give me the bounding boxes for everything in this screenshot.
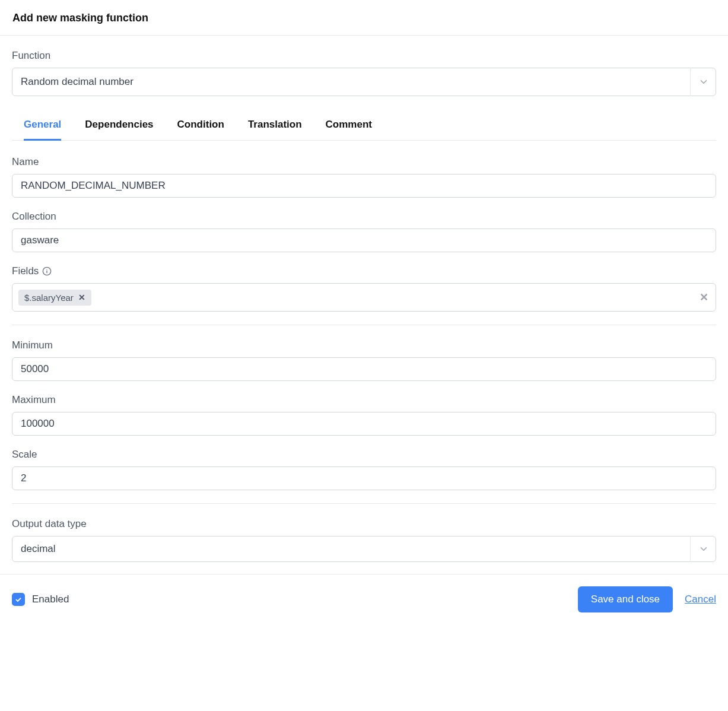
- footer-left: Enabled: [12, 593, 69, 606]
- name-label: Name: [12, 156, 716, 168]
- enabled-label: Enabled: [32, 593, 69, 605]
- dialog-header: Add new masking function: [0, 0, 728, 36]
- maximum-input[interactable]: [12, 412, 716, 436]
- fields-input[interactable]: $.salaryYear ✕ ✕: [12, 283, 716, 312]
- maximum-group: Maximum: [12, 394, 716, 436]
- fields-group: Fields $.salaryYear ✕ ✕: [12, 265, 716, 312]
- save-button[interactable]: Save and close: [578, 586, 673, 612]
- divider: [12, 325, 716, 325]
- dialog-footer: Enabled Save and close Cancel: [0, 574, 728, 626]
- function-select-value: Random decimal number: [12, 68, 716, 96]
- collection-input[interactable]: [12, 228, 716, 252]
- tab-dependencies[interactable]: Dependencies: [85, 113, 153, 141]
- collection-group: Collection: [12, 211, 716, 252]
- minimum-input[interactable]: [12, 357, 716, 381]
- field-tag: $.salaryYear ✕: [18, 290, 91, 306]
- fields-label: Fields: [12, 265, 716, 277]
- masking-function-dialog: Add new masking function Function Random…: [0, 0, 728, 626]
- dialog-body: Function Random decimal number General D…: [0, 36, 728, 574]
- field-tag-label: $.salaryYear: [24, 293, 74, 303]
- minimum-group: Minimum: [12, 339, 716, 381]
- maximum-label: Maximum: [12, 394, 716, 406]
- tag-remove-icon[interactable]: ✕: [78, 293, 85, 301]
- scale-input[interactable]: [12, 466, 716, 490]
- footer-right: Save and close Cancel: [578, 586, 716, 612]
- tab-translation[interactable]: Translation: [248, 113, 302, 141]
- fields-label-text: Fields: [12, 265, 39, 277]
- function-label: Function: [12, 50, 716, 62]
- dialog-title: Add new masking function: [12, 12, 716, 24]
- scale-label: Scale: [12, 449, 716, 461]
- output-type-label: Output data type: [12, 518, 716, 530]
- svg-point-2: [47, 269, 47, 270]
- tab-condition[interactable]: Condition: [177, 113, 224, 141]
- divider: [12, 503, 716, 504]
- output-type-value: decimal: [12, 536, 716, 562]
- enabled-checkbox[interactable]: [12, 593, 25, 606]
- clear-all-icon[interactable]: ✕: [700, 291, 708, 304]
- info-icon[interactable]: [42, 266, 52, 276]
- name-input[interactable]: [12, 174, 716, 198]
- cancel-button[interactable]: Cancel: [685, 593, 716, 605]
- collection-label: Collection: [12, 211, 716, 223]
- output-type-group: Output data type decimal: [12, 518, 716, 562]
- tab-general[interactable]: General: [24, 113, 61, 141]
- output-type-select[interactable]: decimal: [12, 536, 716, 562]
- scale-group: Scale: [12, 449, 716, 490]
- tab-comment[interactable]: Comment: [326, 113, 372, 141]
- function-select[interactable]: Random decimal number: [12, 68, 716, 96]
- function-group: Function Random decimal number: [12, 50, 716, 96]
- tabs: General Dependencies Condition Translati…: [12, 113, 716, 141]
- name-group: Name: [12, 156, 716, 198]
- minimum-label: Minimum: [12, 339, 716, 351]
